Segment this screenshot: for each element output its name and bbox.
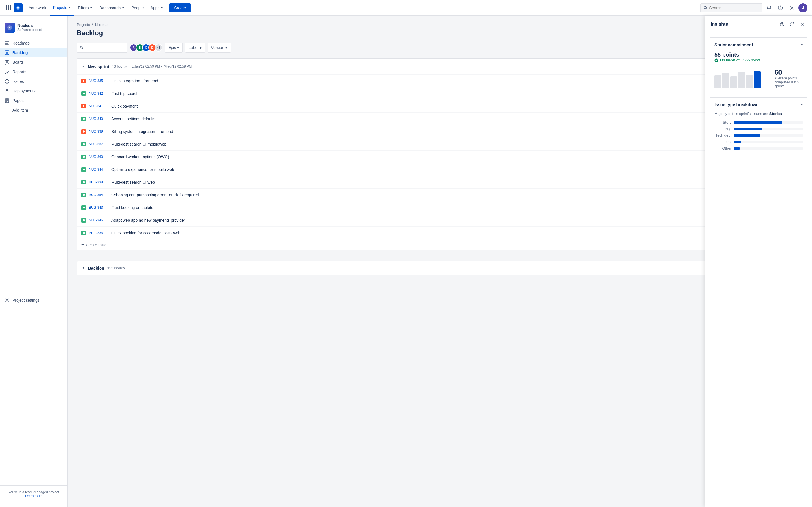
nav-projects[interactable]: Projects [50,0,74,16]
issue-row[interactable]: BUG-336 Quick booking for accomodations … [77,226,803,239]
issue-row[interactable]: NUC-344 Optimize experience for mobile w… [77,163,803,176]
issue-key[interactable]: BUG-338 [89,180,109,184]
issue-key[interactable]: NUC-337 [89,142,109,146]
backlog-search-input[interactable] [85,45,124,50]
avatar-count[interactable]: +3 [154,44,162,52]
jira-logo[interactable] [13,3,22,12]
issue-key[interactable]: NUC-344 [89,168,109,172]
svg-rect-51 [83,144,85,145]
search-box[interactable] [700,3,762,12]
issue-row[interactable]: NUC-339 Billing system integration - fro… [77,125,803,138]
main-content: Projects / Nucleus Backlog A B C D +3 [68,16,812,507]
roadmap-icon [4,41,10,46]
issue-row[interactable]: NUC-340 Account settings defaults ACCOUN… [77,112,803,125]
breadcrumb-project[interactable]: Nucleus [95,22,108,27]
notifications-icon[interactable] [765,3,774,12]
user-avatar[interactable]: J [799,3,808,12]
issue-row[interactable]: BUG-338 Multi-dest search UI web ACCOUNT… [77,176,803,188]
create-issue-row[interactable]: + Create issue [77,239,803,250]
issue-key[interactable]: NUC-340 [89,117,109,121]
backlog-search[interactable] [77,43,128,53]
nav-people[interactable]: People [129,0,147,16]
sidebar-item-pages[interactable]: Pages [0,96,67,105]
nav-dashboards[interactable]: Dashboards [96,0,128,16]
issue-row[interactable]: NUC-341 Quick payment FEEDBACK C [77,100,803,112]
sidebar-item-board[interactable]: Board [0,57,67,67]
help-icon[interactable] [776,3,785,12]
sprint-count: 13 issues [112,64,128,69]
nav-your-work[interactable]: Your work [26,0,49,16]
issue-key[interactable]: NUC-346 [89,218,109,222]
sidebar-item-roadmap[interactable]: Roadmap [0,38,67,48]
issue-row[interactable]: NUC-346 Adapt web app no new payments pr… [77,214,803,226]
grid-menu-icon[interactable] [4,4,12,12]
issue-key[interactable]: NUC-339 [89,129,109,133]
commitment-chevron-icon[interactable]: ▾ [801,43,803,47]
create-issue-label: Create issue [86,243,106,247]
search-icon [703,6,707,10]
section-divider[interactable] [77,252,803,261]
svg-rect-58 [83,232,85,234]
sprint-collapse-icon: ▼ [82,64,85,68]
sidebar-item-backlog[interactable]: Backlog [0,48,67,57]
sidebar: Nucleus Software project Roadmap Backlog [0,16,68,507]
chart-annotation: 60 Average points completed last 5 sprin… [774,68,803,88]
insights-help-icon[interactable] [778,20,786,28]
project-icon [4,22,15,33]
issue-summary: Fast trip search [111,91,762,96]
create-button[interactable]: Create [169,3,190,12]
backlog-header[interactable]: ▼ Backlog 122 issues 65 0 0 [77,261,803,275]
bar-4 [738,72,745,88]
sidebar-item-reports[interactable]: Reports [0,67,67,76]
version-filter[interactable]: Version ▾ [207,43,231,53]
backlog-icon [4,50,10,55]
sidebar-item-deployments[interactable]: Deployments [0,86,67,96]
nav-filters[interactable]: Filters [75,0,95,16]
issue-type-icon [82,167,86,172]
project-name: Nucleus [17,23,42,28]
sidebar-item-issues[interactable]: Issues [0,76,67,86]
issue-key[interactable]: BUG-343 [89,206,109,210]
sprint-commitment-card: Sprint commitment ▾ 55 points On target … [710,38,808,93]
sprint-title: New sprint [88,64,109,69]
insights-close-icon[interactable] [799,20,806,28]
search-input[interactable] [709,6,759,10]
issue-key[interactable]: NUC-360 [89,155,109,159]
epic-filter[interactable]: Epic ▾ [165,43,183,53]
issue-row[interactable]: BUG-354 Cshoping cart purchasing error -… [77,188,803,201]
issue-summary: Cshoping cart purchasing error - quick f… [111,193,788,197]
breakdown-bar-fill [734,140,741,144]
breakdown-item-label: Task [714,140,731,144]
issue-row[interactable]: BUG-343 Fluid booking on tablets FEEDBAC… [77,201,803,214]
issue-summary: Quick booking for accomodations - web [111,231,788,235]
sidebar-item-settings[interactable]: Project settings [0,295,67,305]
sprint-header[interactable]: ▼ New sprint 13 issues 3/Jan/19 02:59 PM… [77,59,803,74]
svg-rect-47 [84,105,84,107]
commitment-stats: 55 points On target of 54-65 points [714,52,803,62]
learn-more-link[interactable]: Learn more [25,494,42,498]
issue-key[interactable]: NUC-342 [89,92,109,96]
sidebar-item-add[interactable]: Add item [0,105,67,115]
insights-refresh-icon[interactable] [788,20,796,28]
breadcrumb-projects[interactable]: Projects [77,22,90,27]
breakdown-row: Other [714,146,803,151]
issue-key[interactable]: BUG-354 [89,193,109,197]
issue-type-icon [82,129,86,134]
issue-key[interactable]: BUG-336 [89,231,109,235]
issue-row[interactable]: NUC-335 Links integration - frontend BIL… [77,74,803,87]
issue-row[interactable]: NUC-342 Fast trip search ACCOUNTS B [77,87,803,100]
board-icon [4,60,10,65]
svg-rect-1 [8,5,9,7]
issue-key[interactable]: NUC-335 [89,79,109,83]
issue-row[interactable]: NUC-337 Multi-dest search UI mobileweb A… [77,138,803,151]
bar-1 [714,75,721,88]
settings-icon[interactable] [787,3,796,12]
label-filter[interactable]: Label ▾ [185,43,205,53]
breakdown-chevron-icon[interactable]: ▾ [801,103,803,107]
nav-apps[interactable]: Apps [148,0,166,16]
issue-key[interactable]: NUC-341 [89,104,109,108]
svg-rect-6 [6,9,7,10]
svg-rect-56 [83,207,85,209]
issue-row[interactable]: NUC-360 Onboard workout options (OWO) AC… [77,151,803,163]
svg-line-42 [82,48,83,49]
